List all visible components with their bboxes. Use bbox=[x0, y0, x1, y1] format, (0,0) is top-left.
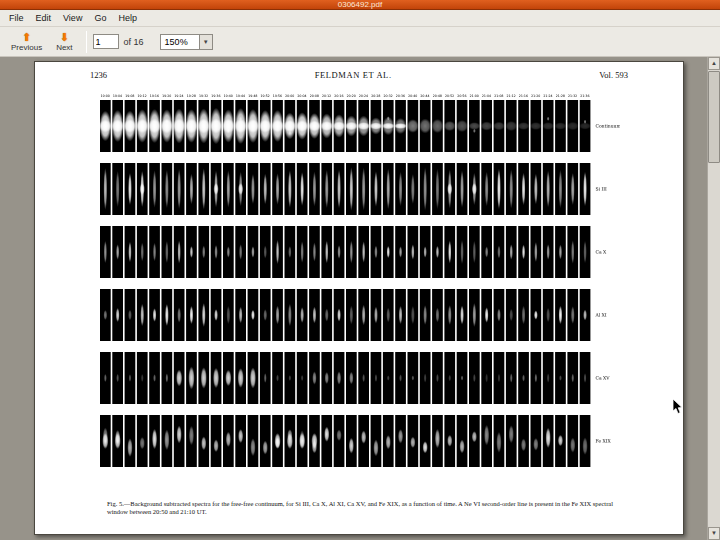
page-number: 1236 bbox=[90, 70, 107, 80]
previous-label: Previous bbox=[11, 43, 42, 52]
figure-caption: Fig. 5.—Background subtracted spectra fo… bbox=[107, 500, 613, 516]
window-title: 0306492.pdf bbox=[338, 0, 383, 9]
next-label: Next bbox=[56, 43, 72, 52]
tool-bar: ⬆ Previous ⬇ Next of 16 150% ▼ bbox=[0, 27, 720, 57]
volume-label: Vol. 593 bbox=[599, 70, 628, 80]
scrollbar-thumb[interactable] bbox=[708, 71, 720, 163]
menu-view[interactable]: View bbox=[57, 11, 88, 25]
title-bar: 0306492.pdf bbox=[0, 0, 720, 10]
menu-go[interactable]: Go bbox=[88, 11, 112, 25]
scroll-down-button[interactable]: ▼ bbox=[708, 527, 720, 540]
zoom-value: 150% bbox=[161, 37, 199, 47]
previous-page-button[interactable]: ⬆ Previous bbox=[4, 28, 49, 56]
arrow-down-icon: ⬇ bbox=[60, 32, 69, 43]
page-count-label: of 16 bbox=[124, 37, 144, 47]
menu-bar: File Edit View Go Help bbox=[0, 10, 720, 27]
menu-file[interactable]: File bbox=[3, 11, 30, 25]
spectra-figure bbox=[100, 90, 620, 490]
page-number-input[interactable] bbox=[93, 34, 119, 49]
scroll-up-button[interactable]: ▲ bbox=[708, 57, 720, 70]
pdf-page: 1236 FELDMAN ET AL. Vol. 593 Fig. 5.—Bac… bbox=[34, 61, 684, 535]
page-header: 1236 FELDMAN ET AL. Vol. 593 bbox=[90, 70, 628, 80]
document-viewport[interactable]: 1236 FELDMAN ET AL. Vol. 593 Fig. 5.—Bac… bbox=[0, 57, 720, 540]
menu-help[interactable]: Help bbox=[112, 11, 143, 25]
running-title: FELDMAN ET AL. bbox=[315, 70, 392, 80]
toolbar-separator bbox=[86, 31, 87, 53]
vertical-scrollbar[interactable]: ▲ ▼ bbox=[707, 57, 720, 540]
next-page-button[interactable]: ⬇ Next bbox=[49, 28, 79, 56]
menu-edit[interactable]: Edit bbox=[30, 11, 58, 25]
mouse-cursor bbox=[672, 399, 683, 415]
arrow-up-icon: ⬆ bbox=[22, 32, 31, 43]
chevron-down-icon: ▼ bbox=[199, 35, 212, 49]
zoom-select[interactable]: 150% ▼ bbox=[160, 34, 213, 50]
